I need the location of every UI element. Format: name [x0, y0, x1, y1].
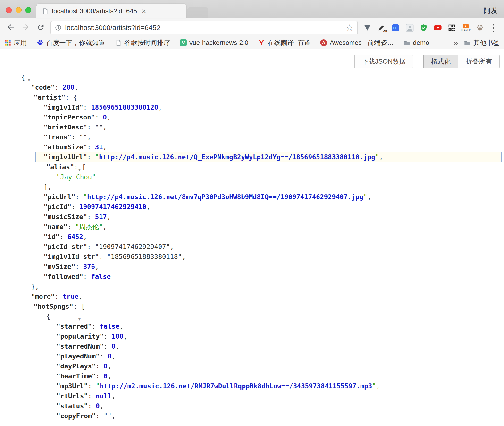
zoom-window-button[interactable]	[25, 7, 31, 13]
tab-title: localhost:3000/artists?id=645	[52, 8, 137, 15]
tab-strip: localhost:3000/artists?id=645 × 阿发	[0, 0, 504, 18]
collapse-toggle-icon[interactable]: ▼	[78, 316, 81, 321]
json-key: "hotSongs"	[34, 303, 73, 310]
json-line: "popularity": 100,	[0, 331, 504, 341]
json-brace: [	[81, 303, 85, 310]
json-comma: ,	[112, 412, 116, 420]
json-link[interactable]: http://p4.music.126.net/Q_ExePNkmgB2yWyL…	[99, 153, 375, 161]
json-line: "playedNum": 0,	[0, 351, 504, 361]
address-bar[interactable]: localhost:3000/artists?id=6452 ☆	[50, 21, 358, 34]
json-colon: :	[73, 303, 81, 310]
player-icon[interactable]: PLAYER	[461, 22, 471, 34]
json-colon: :	[92, 323, 100, 330]
youdao-icon: Y	[258, 39, 265, 46]
json-key: "img1v1Id_str"	[44, 253, 99, 260]
json-key: "id"	[44, 233, 59, 240]
json-colon: :	[55, 293, 63, 300]
json-tree: ▼{"code": 200,▼"artist": {"img1v1Id": 18…	[0, 72, 504, 421]
bookmark-item[interactable]: demo	[403, 39, 429, 47]
json-comma: ,	[123, 332, 127, 340]
json-key: "alias"	[46, 163, 74, 171]
collapse-toggle-icon[interactable]: ▼	[28, 77, 30, 82]
bookmark-item[interactable]: 应用	[4, 38, 27, 47]
window-controls	[6, 7, 31, 13]
json-key: "topicPerson"	[44, 113, 95, 121]
json-comma: ,	[158, 103, 162, 111]
bookmark-label: 百度一下，你就知道	[46, 38, 105, 47]
vue-icon: V	[180, 39, 187, 46]
bookmark-star-icon[interactable]: ☆	[346, 23, 353, 32]
translate-en-icon[interactable]: en	[376, 22, 386, 34]
json-comma: ,	[87, 133, 91, 141]
json-value: 6452	[67, 233, 83, 240]
json-colon: :	[100, 352, 108, 360]
minimize-window-button[interactable]	[16, 7, 22, 13]
doc-icon	[115, 39, 122, 46]
folder-icon	[403, 39, 410, 46]
json-line: "code": 200,	[0, 82, 504, 92]
apps-grid-icon	[4, 39, 11, 46]
bookmark-label: demo	[413, 39, 429, 47]
json-colon: :	[96, 372, 104, 380]
json-line: ▼"artist": {	[0, 92, 504, 102]
json-colon: :	[55, 84, 63, 91]
json-comma: ,	[170, 243, 174, 250]
profile-silhouette-icon[interactable]	[404, 22, 415, 34]
back-button[interactable]	[4, 21, 17, 34]
format-button[interactable]: 格式化	[423, 55, 458, 68]
awesomes-icon: A	[320, 39, 327, 46]
json-key: "briefDesc"	[44, 123, 87, 131]
bookmarks-bar: 应用百度一下，你就知道谷歌按时间排序Vvue-hackernews-2.0Y在线…	[0, 37, 504, 49]
bookmark-item[interactable]: Vvue-hackernews-2.0	[180, 39, 248, 47]
json-key: "rtUrls"	[56, 392, 88, 400]
bookmarks-overflow-icon[interactable]: »	[454, 39, 458, 47]
json-line: "more": true,	[0, 291, 504, 301]
profile-name[interactable]: 阿发	[484, 6, 498, 16]
json-line: "hearTime": 0,	[0, 371, 504, 381]
vimium-icon[interactable]	[362, 22, 372, 34]
json-colon: :	[88, 382, 96, 390]
fe-icon[interactable]: FE	[390, 22, 401, 34]
url-text[interactable]: localhost:3000/artists?id=6452	[65, 24, 346, 32]
paw-icon[interactable]	[475, 22, 485, 34]
bookmark-item[interactable]: 百度一下，你就知道	[37, 38, 105, 47]
forward-button[interactable]	[19, 21, 33, 34]
qrcode-icon[interactable]	[447, 22, 457, 34]
reload-button[interactable]	[34, 21, 48, 34]
json-line: "picUrl": "http://p4.music.126.net/8mv7q…	[0, 192, 504, 202]
download-json-button[interactable]: 下载JSON数据	[354, 55, 413, 68]
json-colon: :	[67, 223, 76, 230]
collapse-all-button[interactable]: 折叠所有	[458, 55, 500, 68]
json-colon: :	[104, 342, 112, 350]
forward-icon	[21, 23, 30, 33]
info-icon[interactable]	[55, 24, 62, 31]
close-window-button[interactable]	[6, 7, 12, 13]
youtube-icon[interactable]	[433, 22, 443, 34]
json-colon: :	[75, 263, 83, 270]
json-line: "rtUrls": null,	[0, 391, 504, 401]
menu-button[interactable]: ⋮	[487, 21, 500, 34]
json-colon: :	[71, 133, 79, 141]
json-comma: ,	[182, 253, 186, 260]
tab-close-icon[interactable]: ×	[142, 7, 146, 15]
json-line: "topicPerson": 0,	[0, 112, 504, 122]
new-tab-button[interactable]	[187, 7, 208, 18]
bookmark-label: vue-hackernews-2.0	[189, 39, 248, 47]
bookmark-item[interactable]: AAwesomes - 前端资…	[320, 38, 394, 47]
shield-icon[interactable]	[419, 22, 429, 34]
json-colon: :	[71, 203, 79, 211]
bookmark-item[interactable]: Y在线翻译_有道	[258, 38, 311, 47]
json-key: "popularity"	[56, 332, 104, 340]
bookmark-item[interactable]: 谷歌按时间排序	[115, 38, 170, 47]
json-key: "picId_str"	[44, 243, 87, 250]
other-bookmarks-folder[interactable]: 其他书签	[464, 38, 500, 47]
json-link[interactable]: http://p4.music.126.net/8mv7qP30Pd3oHW8b…	[87, 193, 363, 201]
json-colon: :	[87, 213, 95, 221]
browser-tab[interactable]: localhost:3000/artists?id=645 ×	[36, 4, 186, 18]
json-link[interactable]: http://m2.music.126.net/RMJR7wDullRqppBk…	[100, 382, 372, 390]
json-line: "briefDesc": "",	[0, 122, 504, 132]
json-colon: :	[96, 412, 104, 420]
json-key: "mp3Url"	[56, 382, 88, 390]
json-value: "周杰伦"	[75, 223, 103, 230]
json-value: 0	[103, 113, 107, 121]
